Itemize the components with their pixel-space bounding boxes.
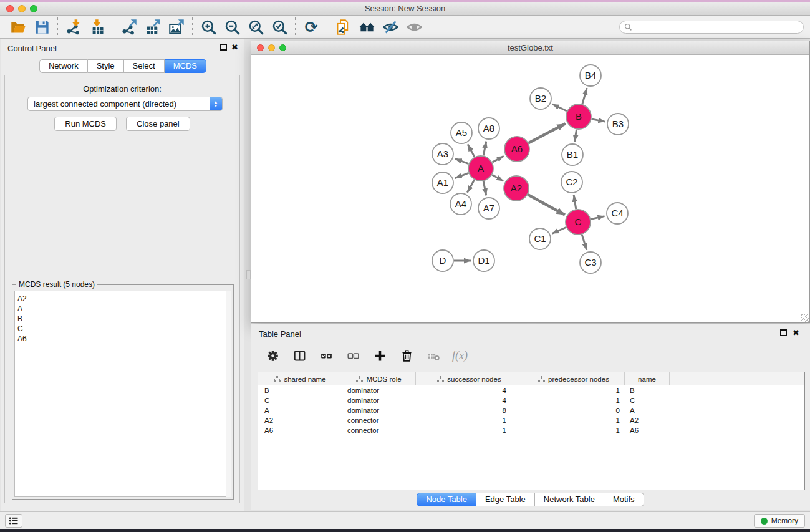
graph-node-B1[interactable]: B1 <box>562 144 583 165</box>
graph-node-C4[interactable]: C4 <box>607 203 628 224</box>
graph-node-B2[interactable]: B2 <box>530 88 551 109</box>
graph-node-C3[interactable]: C3 <box>580 252 601 273</box>
graph-node-D1[interactable]: D1 <box>473 250 494 271</box>
result-item[interactable]: B <box>17 314 231 324</box>
import-network-button[interactable] <box>62 17 85 37</box>
graph-edge-A-A6[interactable] <box>493 156 504 162</box>
delete-table-button[interactable] <box>425 347 441 364</box>
column-header-name[interactable]: name <box>625 372 670 385</box>
show-column-panel-button[interactable] <box>291 347 307 364</box>
mcds-result-list[interactable]: A2ABCA6 <box>14 291 231 497</box>
graph-node-A6[interactable]: A6 <box>504 137 529 162</box>
tab-style[interactable]: Style <box>88 59 124 73</box>
graph-edge-A-A4[interactable] <box>467 180 474 192</box>
graph-edge-A2-C[interactable] <box>528 195 565 215</box>
close-panel-icon[interactable]: ✖ <box>792 329 800 337</box>
search-input[interactable] <box>632 22 803 32</box>
graph-edge-B-B2[interactable] <box>552 104 567 111</box>
table-settings-button[interactable] <box>264 347 281 364</box>
delete-column-button[interactable] <box>398 347 415 364</box>
graph-node-B[interactable]: B <box>566 104 591 129</box>
graph-edge-B-B1[interactable] <box>574 130 576 142</box>
export-network-button[interactable] <box>117 17 141 37</box>
float-panel-icon[interactable] <box>220 44 227 51</box>
node-table[interactable]: shared nameMCDS rolesuccessor nodesprede… <box>258 372 805 490</box>
criterion-dropdown[interactable]: largest connected component (directed) ▲… <box>27 97 223 111</box>
graph-edge-A-A1[interactable] <box>455 173 469 178</box>
show-graphics-button[interactable] <box>402 17 426 37</box>
graph-node-D[interactable]: D <box>432 250 453 271</box>
function-builder-button[interactable]: f(x) <box>452 347 468 364</box>
tab-network[interactable]: Network <box>39 59 88 73</box>
tab-select[interactable]: Select <box>124 59 165 73</box>
network-canvas[interactable]: B4B2BB3A8A5A6A3B1AA1C2A2A4A7C4CC1DD1C3 <box>251 55 809 322</box>
graph-edge-C-C4[interactable] <box>591 216 605 220</box>
table-row[interactable]: Cdominator41C <box>258 395 804 405</box>
result-item[interactable]: A2 <box>17 294 231 304</box>
task-history-button[interactable] <box>5 514 22 528</box>
graph-node-B3[interactable]: B3 <box>607 114 629 135</box>
graph-edge-C-C2[interactable] <box>574 195 576 210</box>
deselect-all-button[interactable] <box>345 347 361 364</box>
close-panel-button[interactable]: Close panel <box>126 117 190 131</box>
search-field[interactable] <box>619 21 804 34</box>
hide-labels-button[interactable] <box>378 17 402 37</box>
table-row[interactable]: Bdominator41B <box>258 385 804 395</box>
result-item[interactable]: A <box>17 304 231 314</box>
refresh-layout-button[interactable]: ⟳ <box>299 17 323 37</box>
graph-edge-A-A5[interactable] <box>468 144 475 157</box>
tab-motifs[interactable]: Motifs <box>604 493 644 506</box>
table-row[interactable]: Adominator80A <box>258 405 804 415</box>
export-image-button[interactable] <box>165 17 188 37</box>
column-header-predecessor-nodes[interactable]: predecessor nodes <box>523 372 625 385</box>
graph-node-C[interactable]: C <box>566 210 591 235</box>
home-button[interactable] <box>355 17 378 37</box>
graph-node-A7[interactable]: A7 <box>478 198 499 219</box>
open-session-button[interactable] <box>6 17 30 37</box>
import-table-button[interactable] <box>85 17 109 37</box>
graph-node-A2[interactable]: A2 <box>504 176 529 201</box>
graph-node-A5[interactable]: A5 <box>451 122 472 143</box>
graph-edge-B-B4[interactable] <box>582 88 587 104</box>
zoom-selected-button[interactable] <box>268 17 291 37</box>
result-item[interactable]: C <box>17 324 231 334</box>
run-mcds-button[interactable]: Run MCDS <box>54 117 117 131</box>
tab-node-table[interactable]: Node Table <box>417 493 476 506</box>
result-list-scrollbar[interactable] <box>226 291 231 497</box>
close-panel-icon[interactable]: ✖ <box>231 44 239 52</box>
graph-node-A[interactable]: A <box>468 156 493 181</box>
table-row[interactable]: A6connector11A6 <box>258 425 804 435</box>
graph-edge-A-A8[interactable] <box>483 142 486 156</box>
tab-mcds[interactable]: MCDS <box>165 59 206 73</box>
tab-network-table[interactable]: Network Table <box>535 493 604 506</box>
column-header-successor-nodes[interactable]: successor nodes <box>416 372 523 385</box>
resize-grip-icon[interactable] <box>801 314 809 322</box>
save-session-button[interactable] <box>30 17 54 37</box>
column-header-MCDS-role[interactable]: MCDS role <box>342 372 416 385</box>
zoom-in-button[interactable] <box>196 17 220 37</box>
graph-edge-A6-B[interactable] <box>529 123 566 143</box>
zoom-fit-button[interactable] <box>244 17 268 37</box>
export-table-button[interactable] <box>141 17 165 37</box>
graph-node-A1[interactable]: A1 <box>432 172 453 193</box>
graph-node-A3[interactable]: A3 <box>432 143 453 165</box>
graph-node-B4[interactable]: B4 <box>580 65 601 86</box>
graph-node-C2[interactable]: C2 <box>561 172 582 193</box>
memory-button[interactable]: Memory <box>754 514 805 528</box>
graph-edge-C-C1[interactable] <box>552 228 566 234</box>
float-panel-icon[interactable] <box>780 329 787 336</box>
graph-node-C1[interactable]: C1 <box>529 228 551 249</box>
graph-edge-A-A7[interactable] <box>483 181 486 196</box>
graph-edge-A-A2[interactable] <box>492 175 503 181</box>
copy-network-button[interactable] <box>331 17 355 37</box>
graph-edge-C-C3[interactable] <box>582 235 587 250</box>
vertical-split-handle[interactable] <box>246 270 251 279</box>
graph-edge-B-B3[interactable] <box>592 119 605 122</box>
select-all-button[interactable] <box>318 347 334 364</box>
tab-edge-table[interactable]: Edge Table <box>476 493 535 506</box>
column-header-shared-name[interactable]: shared name <box>258 372 342 385</box>
graph-edge-A-A3[interactable] <box>455 158 469 163</box>
add-column-button[interactable] <box>372 347 388 364</box>
result-item[interactable]: A6 <box>17 334 231 344</box>
table-row[interactable]: A2connector11A2 <box>258 415 804 425</box>
